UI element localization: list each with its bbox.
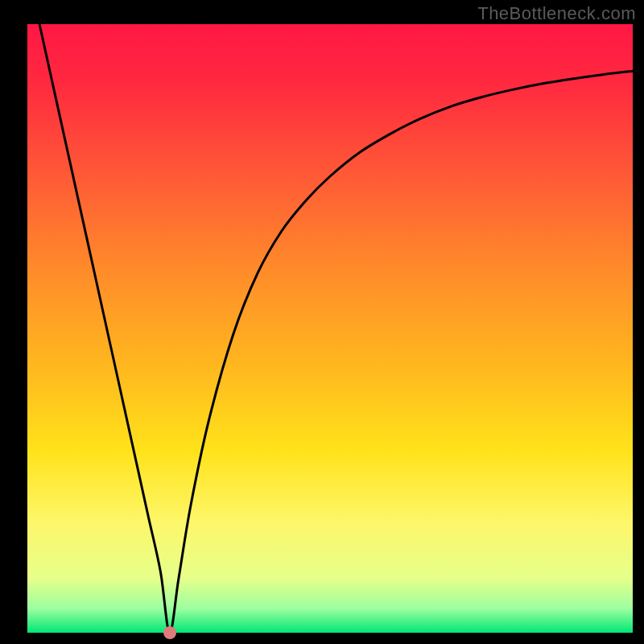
chart-frame: TheBottleneck.com	[0, 0, 644, 644]
gradient-background	[27, 24, 633, 633]
optimum-marker	[163, 626, 176, 639]
bottleneck-chart	[0, 0, 644, 644]
watermark-text: TheBottleneck.com	[477, 3, 636, 24]
